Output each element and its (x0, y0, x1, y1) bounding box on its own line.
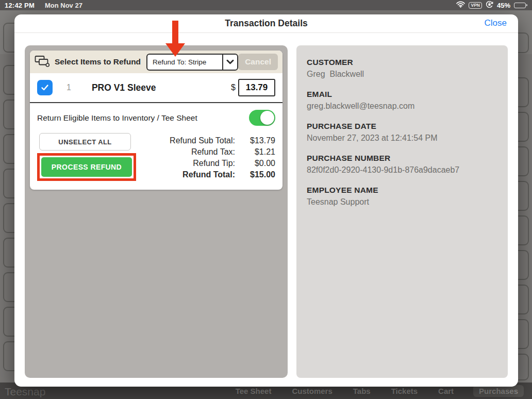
refund-card: Select Items to Refund Refund To: Stripe… (30, 51, 282, 190)
refund-panel: Select Items to Refund Refund To: Stripe… (25, 45, 288, 378)
status-date: Mon Nov 27 (45, 2, 82, 9)
customer-section: CUSTOMER Greg Blackwell (307, 58, 497, 79)
app-brand: Teesnap (5, 386, 45, 398)
modal-header: Transaction Details Close (14, 14, 518, 33)
close-button[interactable]: Close (485, 18, 507, 28)
modal-title: Transaction Details (14, 18, 518, 29)
annotation-arrow (165, 21, 185, 59)
refund-actions: UNSELECT ALL PROCESS REFUND Refund Sub T… (30, 131, 282, 190)
item-quantity: 1 (66, 83, 71, 92)
refund-totals: Refund Sub Total: $13.79 Refund Tax: $1.… (136, 133, 275, 181)
refund-to-dropdown[interactable]: Refund To: Stripe (146, 54, 238, 71)
refund-item-row: 1 PRO V1 Sleeve $ 13.79 (30, 73, 282, 102)
status-time: 12:42 PM (5, 2, 35, 9)
cancel-button[interactable]: Cancel (238, 54, 278, 70)
vpn-badge: VPN (469, 2, 481, 9)
chevron-down-icon (222, 55, 238, 70)
purchase-number-section: PURCHASE NUMBER 82f0f2d0-2920-4130-9d1b-… (307, 154, 497, 175)
refund-tip-row: Refund Tip: $0.00 (136, 159, 275, 168)
annotation-highlight-box: PROCESS REFUND (37, 153, 136, 181)
status-bar: 12:42 PM Mon Nov 27 VPN 45% (0, 0, 532, 10)
purchase-date-section: PURCHASE DATE November 27, 2023 at 12:41… (307, 122, 497, 143)
refund-total-row: Refund Total: $15.00 (136, 170, 275, 179)
inventory-toggle[interactable] (249, 110, 275, 126)
inventory-toggle-label: Return Eligible Items to Inventory / Tee… (37, 113, 249, 123)
inventory-toggle-row: Return Eligible Items to Inventory / Tee… (30, 103, 282, 131)
currency-symbol: $ (231, 83, 236, 92)
battery-icon (514, 3, 527, 8)
email-section: EMAIL greg.blackwell@teesnap.com (307, 90, 497, 111)
refund-subtotal-row: Refund Sub Total: $13.79 (136, 136, 275, 145)
employee-name-section: EMPLOYEE NAME Teesnap Support (307, 186, 497, 207)
unselect-all-button[interactable]: UNSELECT ALL (39, 133, 131, 151)
wifi-icon (456, 1, 465, 9)
refund-tax-row: Refund Tax: $1.21 (136, 147, 275, 157)
select-items-title: Select Items to Refund (55, 57, 141, 66)
refund-items-icon (35, 55, 50, 69)
refund-card-header: Select Items to Refund Refund To: Stripe… (30, 51, 282, 73)
purchase-details-panel: CUSTOMER Greg Blackwell EMAIL greg.black… (296, 45, 508, 378)
battery-percent: 45% (497, 2, 510, 9)
process-refund-button[interactable]: PROCESS REFUND (41, 157, 132, 177)
item-name: PRO V1 Sleeve (92, 82, 156, 93)
item-checkbox[interactable] (37, 80, 53, 95)
toggle-knob (260, 111, 274, 125)
transaction-details-modal: Transaction Details Close Select Items t… (14, 14, 518, 387)
rotation-lock-icon (486, 1, 493, 10)
refund-amount-input[interactable]: 13.79 (238, 79, 275, 96)
